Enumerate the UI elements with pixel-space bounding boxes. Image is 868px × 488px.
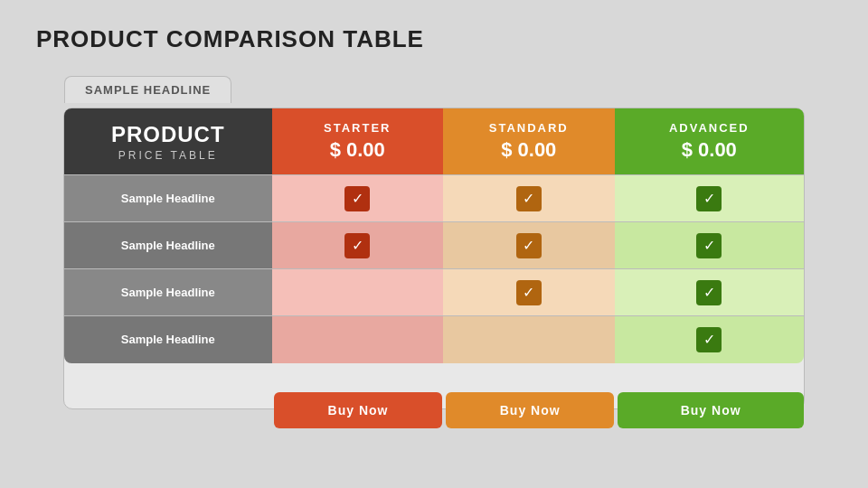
feature-label-2: Sample Headline [64, 222, 272, 269]
check-icon: ✓ [696, 327, 722, 352]
product-cell: PRODUCT PRICE TABLE [64, 108, 272, 175]
check-icon: ✓ [516, 280, 542, 305]
feature-starter-2: ✓ [272, 222, 443, 269]
feature-label-1: Sample Headline [64, 175, 272, 222]
feature-advanced-4: ✓ [615, 316, 804, 363]
feature-advanced-1: ✓ [615, 175, 804, 222]
product-name: PRODUCT [73, 122, 263, 147]
advanced-header: ADVANCED $ 0.00 [615, 108, 804, 175]
buy-standard-button[interactable]: Buy Now [446, 392, 614, 428]
check-icon: ✓ [344, 186, 370, 211]
feature-standard-3: ✓ [443, 269, 615, 316]
feature-label-4: Sample Headline [64, 316, 272, 363]
feature-standard-1: ✓ [443, 175, 615, 222]
feature-advanced-3: ✓ [615, 269, 804, 316]
tab-label: SAMPLE HEADLINE [64, 76, 231, 103]
buy-buttons: Buy Now Buy Now Buy Now [272, 392, 806, 428]
product-subtitle: PRICE TABLE [73, 149, 263, 162]
feature-row-2: Sample Headline✓✓✓ [64, 222, 804, 269]
feature-standard-4 [443, 316, 615, 363]
feature-row-1: Sample Headline✓✓✓ [64, 175, 804, 222]
buy-starter-button[interactable]: Buy Now [274, 392, 442, 428]
buy-advanced-button[interactable]: Buy Now [618, 392, 804, 428]
header-row: PRODUCT PRICE TABLE STARTER $ 0.00 STAND… [64, 108, 804, 175]
page-title: PRODUCT COMPARISON TABLE [36, 25, 832, 53]
feature-row-3: Sample Headline✓✓ [64, 269, 804, 316]
check-icon: ✓ [344, 233, 370, 258]
feature-standard-2: ✓ [443, 222, 615, 269]
feature-row-4: Sample Headline✓ [64, 316, 804, 363]
feature-label-3: Sample Headline [64, 269, 272, 316]
standard-header: STANDARD $ 0.00 [443, 108, 615, 175]
feature-starter-3 [272, 269, 443, 316]
starter-header: STARTER $ 0.00 [272, 108, 443, 175]
feature-starter-1: ✓ [272, 175, 443, 222]
feature-advanced-2: ✓ [615, 222, 804, 269]
check-icon: ✓ [696, 186, 722, 211]
check-icon: ✓ [516, 186, 542, 211]
check-icon: ✓ [696, 280, 722, 305]
check-icon: ✓ [516, 233, 542, 258]
check-icon: ✓ [696, 233, 722, 258]
feature-starter-4 [272, 316, 443, 363]
